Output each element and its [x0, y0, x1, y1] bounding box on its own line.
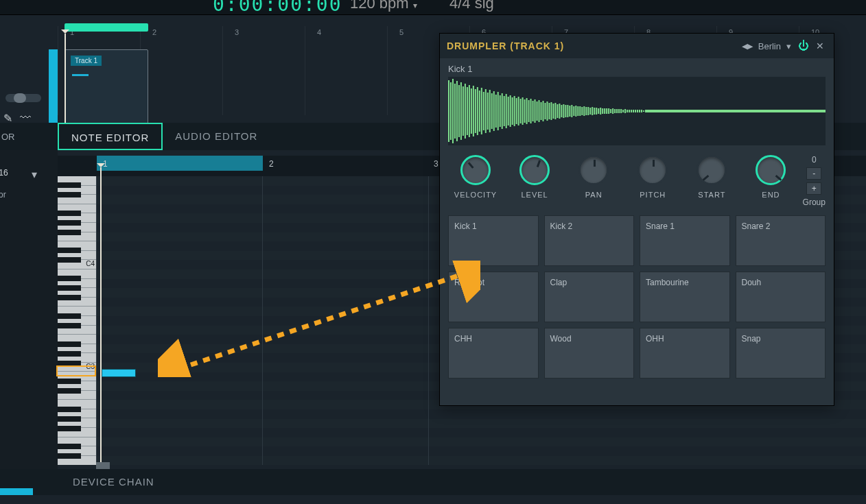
chevron-down-icon[interactable]: ▾: [32, 168, 37, 181]
drum-pads: Kick 1 Kick 2 Snare 1 Snare 2 Rimshot Cl…: [440, 215, 834, 387]
playhead[interactable]: [65, 34, 66, 130]
drumpler-titlebar[interactable]: DRUMPLER (TRACK 1) ◀▶ Berlin ▾ ⏻ ✕: [440, 34, 834, 58]
waveform-display[interactable]: [448, 77, 826, 145]
group-plus-button[interactable]: +: [806, 182, 821, 195]
svg-rect-28: [506, 94, 507, 128]
group-label: Group: [803, 197, 826, 207]
roll-loop-bar[interactable]: [97, 156, 263, 171]
svg-rect-39: [528, 100, 530, 122]
midi-clip[interactable]: Track 1: [65, 49, 148, 125]
svg-rect-45: [541, 102, 542, 120]
svg-rect-41: [533, 101, 534, 121]
time-signature[interactable]: 4/4 sig: [449, 0, 494, 12]
svg-rect-91: [635, 110, 636, 112]
svg-rect-9: [467, 87, 468, 135]
sample-name: Kick 1: [448, 64, 826, 74]
svg-rect-40: [530, 99, 532, 123]
svg-rect-56: [563, 104, 564, 118]
svg-rect-53: [557, 104, 558, 118]
transport-bar: 0:00:00:00 120 bpm ▾ 4/4 sig: [0, 0, 866, 15]
pad-snap[interactable]: Snap: [736, 328, 826, 379]
close-icon[interactable]: ✕: [816, 40, 824, 51]
svg-rect-69: [589, 108, 591, 115]
track-slider[interactable]: [5, 94, 41, 102]
svg-rect-77: [606, 108, 607, 114]
tab-note-editor[interactable]: NOTE EDITOR: [58, 123, 163, 150]
svg-rect-19: [487, 93, 489, 130]
svg-rect-51: [552, 104, 554, 119]
svg-rect-82: [616, 109, 618, 113]
pad-chh[interactable]: CHH: [448, 328, 539, 379]
device-chain-bar[interactable]: DEVICE CHAIN: [0, 469, 866, 495]
pad-clap[interactable]: Clap: [544, 272, 635, 322]
preset-selector[interactable]: ◀▶ Berlin ▾: [742, 41, 791, 51]
knob-pitch[interactable]: PITCH: [625, 155, 680, 199]
pad-kick1[interactable]: Kick 1: [448, 215, 539, 266]
loop-region[interactable]: [65, 23, 148, 32]
svg-rect-59: [569, 106, 570, 117]
grid-division[interactable]: /16: [0, 168, 8, 178]
octave-c3: C3: [86, 363, 95, 370]
svg-rect-43: [537, 101, 538, 121]
pad-wood[interactable]: Wood: [544, 328, 635, 379]
knob-level[interactable]: LEVEL: [507, 155, 562, 199]
pad-tambourine[interactable]: Tambourine: [640, 272, 730, 322]
svg-rect-96: [645, 110, 826, 112]
svg-rect-30: [510, 95, 511, 127]
knob-start[interactable]: START: [684, 155, 739, 199]
svg-rect-50: [550, 102, 552, 120]
pad-rimshot[interactable]: Rimshot: [448, 272, 539, 322]
svg-rect-54: [559, 104, 560, 119]
pad-douh[interactable]: Douh: [736, 272, 826, 322]
svg-rect-93: [639, 110, 640, 112]
pad-kick2[interactable]: Kick 2: [544, 215, 635, 266]
svg-rect-55: [561, 105, 562, 117]
midi-note[interactable]: [102, 369, 136, 377]
svg-rect-66: [583, 106, 585, 116]
pad-snare1[interactable]: Snare 1: [640, 215, 730, 266]
preset-prev-next-icon[interactable]: ◀▶: [742, 42, 753, 51]
chevron-down-icon[interactable]: ▾: [786, 41, 791, 51]
svg-rect-57: [565, 105, 566, 117]
svg-rect-34: [518, 97, 519, 125]
svg-rect-5: [458, 85, 460, 137]
svg-rect-32: [514, 96, 515, 126]
device-chain-label: DEVICE CHAIN: [73, 476, 154, 488]
svg-rect-36: [522, 97, 524, 125]
svg-rect-83: [618, 109, 620, 113]
svg-rect-21: [491, 93, 493, 129]
knob-pan[interactable]: PAN: [566, 155, 621, 199]
svg-rect-80: [612, 108, 613, 114]
svg-rect-58: [567, 105, 568, 117]
knob-velocity[interactable]: VELOCITY: [448, 155, 503, 199]
svg-rect-61: [573, 106, 574, 116]
svg-rect-94: [641, 110, 642, 112]
piano-keys[interactable]: C4 C3: [58, 176, 96, 465]
drumpler-title: DRUMPLER (TRACK 1): [447, 40, 564, 51]
bpm-display[interactable]: 120 bpm ▾: [350, 0, 417, 12]
pad-ohh[interactable]: OHH: [640, 328, 730, 379]
svg-rect-16: [481, 88, 482, 134]
svg-rect-23: [495, 95, 497, 128]
octave-c4: C4: [86, 260, 95, 267]
pad-snare2[interactable]: Snare 2: [736, 215, 826, 266]
svg-rect-25: [500, 95, 501, 127]
svg-rect-0: [448, 80, 449, 142]
svg-rect-29: [508, 97, 509, 125]
svg-rect-44: [539, 100, 540, 122]
tab-left-cut: OR: [0, 132, 15, 142]
power-icon[interactable]: ⏻: [798, 40, 809, 52]
svg-rect-37: [524, 99, 526, 123]
svg-rect-76: [604, 108, 605, 114]
svg-rect-1: [450, 82, 452, 140]
group-value: 0: [812, 155, 817, 165]
tab-audio-editor[interactable]: AUDIO EDITOR: [163, 123, 270, 150]
svg-rect-3: [454, 84, 456, 139]
svg-rect-60: [571, 105, 572, 117]
svg-rect-84: [620, 109, 622, 113]
roll-playhead[interactable]: [100, 167, 102, 462]
svg-rect-90: [633, 110, 634, 112]
h-scroll-thumb[interactable]: [96, 462, 110, 469]
knob-end[interactable]: END: [743, 155, 798, 199]
group-minus-button[interactable]: -: [806, 167, 821, 180]
